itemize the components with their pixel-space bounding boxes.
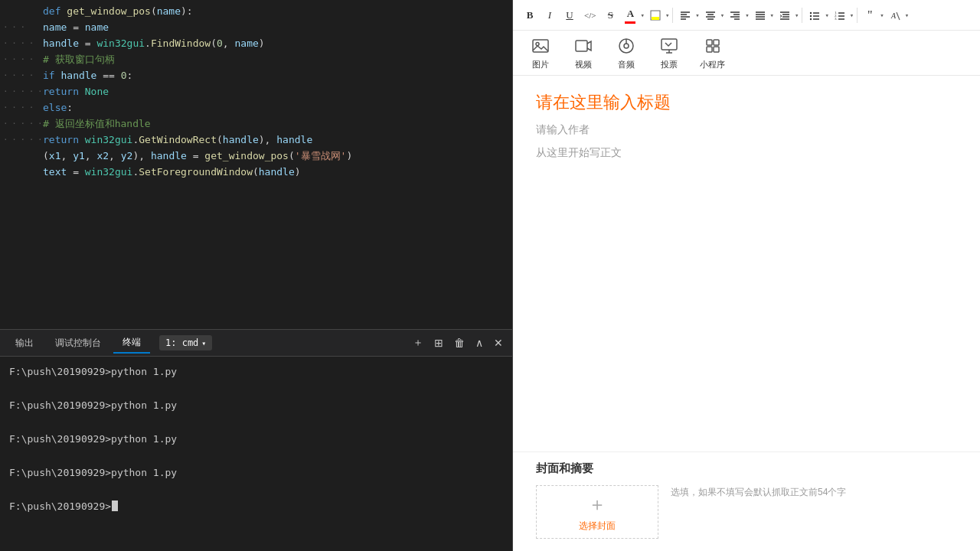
align-center-arrow-icon: ▾ (720, 11, 724, 19)
clear-format-dropdown[interactable]: A ▾ (886, 5, 909, 25)
insert-image-button[interactable]: 图片 (528, 35, 553, 70)
audio-icon (614, 35, 639, 57)
code-button[interactable]: </> (580, 5, 599, 25)
quote-arrow-icon: ▾ (880, 11, 884, 19)
terminal-content: F:\push\20190929>python 1.py F:\push\201… (0, 357, 512, 551)
justify-button[interactable] (751, 5, 769, 25)
separator-1 (672, 8, 673, 23)
font-color-dropdown[interactable]: A ▾ (621, 5, 644, 25)
italic-button[interactable]: I (541, 5, 559, 25)
image-icon (528, 35, 553, 57)
code-content: if handle == 0: (43, 70, 512, 81)
align-left-dropdown[interactable]: ▾ (676, 5, 699, 25)
terminal-prompt: F:\push\20190929> (9, 500, 111, 512)
miniapp-label: 小程序 (700, 59, 725, 70)
cover-section: 封面和摘要 ＋ 选择封面 选填，如果不填写会默认抓取正文前54个字 (513, 452, 980, 551)
terminal-line (9, 413, 503, 430)
terminal-instance-label: 1: cmd (165, 337, 198, 348)
clear-format-button[interactable]: A (886, 5, 904, 25)
indent-button[interactable] (776, 5, 794, 25)
code-line: · · · ·# 获取窗口句柄 (0, 51, 512, 67)
miniapp-icon (701, 35, 725, 57)
terminal-tabs: 输出 调试控制台 终端 1: cmd ▾ ＋ ⊞ 🗑 ∧ ✕ (0, 330, 512, 357)
cover-image-label: 选择封面 (579, 520, 616, 533)
terminal-icons: ＋ ⊞ 🗑 ∧ ✕ (410, 334, 506, 351)
terminal-prompt: F:\push\20190929>python 1.py (9, 467, 177, 478)
bold-button[interactable]: B (521, 5, 539, 25)
svg-text:A: A (890, 11, 897, 20)
code-line: def get_window_pos(name): (0, 3, 512, 19)
svg-point-24 (810, 15, 812, 16)
svg-line-35 (897, 12, 900, 20)
quote-dropdown[interactable]: " ▾ (861, 5, 884, 25)
code-line: · · · ·handle = win32gui.FindWindow(0, n… (0, 35, 512, 51)
align-center-button[interactable] (701, 5, 720, 25)
highlight-dropdown[interactable]: ▾ (646, 5, 669, 25)
close-terminal-button[interactable]: ✕ (491, 335, 506, 350)
indent-arrow-icon: ▾ (795, 11, 799, 19)
unordered-list-button[interactable] (805, 5, 824, 25)
indent-dropdown[interactable]: ▾ (776, 5, 799, 25)
terminal-prompt: F:\push\20190929>python 1.py (9, 433, 177, 445)
svg-rect-47 (707, 47, 712, 52)
svg-point-22 (810, 11, 812, 13)
code-content: return win32gui.GetWindowRect(handle), h… (43, 134, 512, 145)
code-line: text = win32gui.SetForegroundWindow(hand… (0, 164, 512, 180)
highlight-button[interactable] (646, 5, 665, 25)
cover-area: ＋ 选择封面 选填，如果不填写会默认抓取正文前54个字 (536, 485, 957, 539)
font-color-button[interactable]: A (621, 5, 639, 25)
align-left-button[interactable] (676, 5, 694, 25)
audio-label: 音频 (618, 59, 635, 70)
underline-button[interactable]: U (560, 5, 579, 25)
cover-description: 选填，如果不填写会默认抓取正文前54个字 (671, 485, 846, 539)
split-terminal-button[interactable]: ⊞ (431, 335, 446, 350)
code-line: · · · · · · · ·return None (0, 83, 512, 99)
insert-audio-button[interactable]: 音频 (614, 35, 639, 70)
terminal-prompt: F:\push\20190929>python 1.py (9, 366, 177, 377)
line-dots: · · · · (3, 70, 43, 80)
line-dots: · · · · · · · · (3, 119, 43, 129)
align-right-dropdown[interactable]: ▾ (726, 5, 749, 25)
article-content: 请在这里输入标题 请输入作者 从这里开始写正文 (513, 76, 980, 452)
slides-icon (657, 35, 681, 57)
terminal-cursor (112, 500, 118, 511)
code-content: (x1, y1, x2, y2), handle = get_window_po… (43, 149, 512, 163)
svg-rect-1 (652, 17, 659, 20)
list-ul-dropdown[interactable]: ▾ (805, 5, 828, 25)
dropdown-arrow-icon: ▾ (201, 339, 206, 347)
strikethrough-button[interactable]: S (601, 5, 619, 25)
code-editor: def get_window_pos(name):· · ·name = nam… (0, 0, 512, 329)
svg-rect-48 (714, 47, 719, 52)
article-body-placeholder[interactable]: 从这里开始写正文 (536, 146, 957, 160)
code-content: handle = win32gui.FindWindow(0, name) (43, 37, 512, 49)
svg-rect-36 (533, 40, 548, 52)
delete-terminal-button[interactable]: 🗑 (451, 335, 468, 350)
article-title-placeholder[interactable]: 请在这里输入标题 (536, 91, 957, 114)
insert-slides-button[interactable]: 投票 (657, 35, 681, 70)
align-left-arrow-icon: ▾ (695, 11, 699, 19)
separator-2 (802, 8, 802, 23)
terminal-line (9, 447, 503, 464)
ordered-list-button[interactable]: 1.2.3. (831, 5, 849, 25)
clear-format-arrow-icon: ▾ (905, 11, 909, 19)
terminal-line (9, 380, 503, 396)
tab-debug[interactable]: 调试控制台 (46, 334, 110, 353)
tab-output[interactable]: 输出 (6, 334, 43, 353)
collapse-terminal-button[interactable]: ∧ (472, 335, 486, 350)
line-dots: · · · · · · · · (3, 135, 43, 145)
add-terminal-button[interactable]: ＋ (410, 334, 426, 351)
tab-terminal[interactable]: 终端 (113, 333, 150, 354)
justify-dropdown[interactable]: ▾ (751, 5, 774, 25)
list-ol-dropdown[interactable]: 1.2.3. ▾ (831, 5, 854, 25)
cover-image-selector[interactable]: ＋ 选择封面 (536, 485, 658, 539)
insert-miniapp-button[interactable]: 小程序 (700, 35, 725, 70)
svg-point-40 (624, 44, 629, 48)
line-dots: · · · · (3, 103, 43, 112)
article-author-placeholder[interactable]: 请输入作者 (536, 123, 957, 137)
terminal-dropdown[interactable]: 1: cmd ▾ (159, 335, 212, 350)
align-right-button[interactable] (726, 5, 744, 25)
quote-button[interactable]: " (861, 5, 879, 25)
insert-video-button[interactable]: 视频 (571, 35, 596, 70)
align-center-dropdown[interactable]: ▾ (701, 5, 724, 25)
terminal-line: F:\push\20190929>python 1.py (9, 464, 503, 481)
